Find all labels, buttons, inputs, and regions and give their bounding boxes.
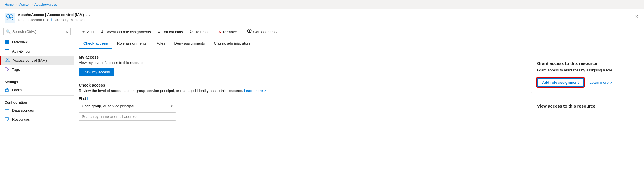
info-icon: ℹ (51, 18, 53, 22)
check-access-title: Check access (79, 83, 525, 87)
dropdown-arrow-icon: ▾ (171, 104, 173, 108)
page-content: My access View my level of access to thi… (74, 49, 644, 194)
grid-icon (5, 40, 9, 44)
left-panel: My access View my level of access to thi… (79, 55, 525, 188)
sidebar-item-access-control[interactable]: Access control (IAM) (0, 56, 74, 65)
close-button[interactable]: × (634, 13, 639, 21)
search-box: 🔍 « (3, 28, 71, 35)
view-access-title: View access to this resource (537, 104, 633, 108)
view-access-card: View access to this resource (531, 98, 639, 120)
view-my-access-button[interactable]: View my access (79, 68, 114, 76)
breadcrumb-home[interactable]: Home (5, 3, 14, 7)
sidebar-nav: Overview Activity log (0, 37, 74, 124)
data-source-icon (5, 108, 9, 112)
tab-roles[interactable]: Roles (151, 38, 170, 49)
svg-rect-9 (5, 52, 9, 52)
download-button[interactable]: ⬇ Download role assignments (98, 28, 154, 35)
sidebar-item-tags[interactable]: Tags (0, 65, 74, 74)
search-input[interactable] (12, 29, 64, 34)
header-ellipsis[interactable]: ... (86, 12, 90, 17)
collapse-button[interactable]: « (66, 29, 68, 34)
check-access-desc: Review the level of access a user, group… (79, 89, 525, 93)
remove-icon: ✕ (218, 29, 222, 34)
breadcrumb-current[interactable]: ApacheAccess (34, 3, 57, 7)
toolbar-separator (213, 28, 213, 35)
card-actions: Add role assignment Learn more ↗ (537, 78, 633, 87)
svg-rect-15 (5, 108, 9, 109)
header-text: ApacheAccess | Access control (IAM) ... … (18, 12, 639, 22)
divider-configuration (0, 95, 74, 96)
resource-nav-icon (5, 117, 9, 122)
divider-settings (0, 75, 74, 75)
find-help-icon: ℹ (87, 97, 88, 101)
svg-rect-4 (7, 40, 9, 42)
grant-access-title: Grant access to this resource (537, 61, 633, 66)
svg-rect-6 (7, 42, 9, 44)
add-icon: ＋ (82, 29, 86, 34)
configuration-section-label: Configuration (0, 97, 74, 106)
page-subtitle: Data collection rule ℹ Directory: Micros… (18, 18, 639, 22)
check-access-learn-more[interactable]: Learn more ↗ (244, 89, 266, 93)
my-access-section: My access View my level of access to thi… (79, 55, 525, 82)
my-access-desc: View my level of access to this resource… (79, 61, 525, 65)
toolbar: ＋ Add ⬇ Download role assignments ≡ Edit… (74, 25, 644, 38)
svg-rect-17 (5, 118, 9, 120)
svg-rect-0 (5, 13, 15, 23)
feedback-icon (247, 29, 252, 34)
sidebar-item-overview[interactable]: Overview (0, 37, 74, 47)
my-access-title: My access (79, 55, 525, 59)
search-icon: 🔍 (6, 29, 11, 34)
svg-rect-8 (5, 51, 9, 51)
right-panel: Grant access to this resource Grant acce… (531, 55, 639, 188)
sidebar-item-locks[interactable]: Locks (0, 85, 74, 94)
edit-columns-button[interactable]: ≡ Edit columns (155, 28, 186, 35)
check-access-section: Check access Review the level of access … (79, 83, 525, 121)
lock-icon (5, 87, 9, 92)
person-group-icon (5, 58, 10, 63)
settings-section-label: Settings (0, 77, 74, 85)
svg-rect-10 (5, 53, 8, 53)
grant-external-link-icon: ↗ (610, 81, 612, 84)
page-header: ApacheAccess | Access control (IAM) ... … (0, 9, 644, 25)
svg-rect-3 (5, 40, 7, 42)
sidebar-item-data-sources[interactable]: Data sources (0, 106, 74, 115)
search-field-wrapper (79, 112, 176, 121)
external-link-icon: ↗ (264, 89, 266, 93)
svg-rect-7 (5, 49, 9, 50)
sidebar-item-activity-log[interactable]: Activity log (0, 47, 74, 56)
svg-point-19 (249, 30, 251, 32)
tag-icon (5, 67, 9, 72)
grant-access-learn-more[interactable]: Learn more ↗ (590, 80, 612, 85)
refresh-button[interactable]: ↻ Refresh (187, 28, 210, 35)
tab-role-assignments[interactable]: Role assignments (112, 38, 151, 49)
tab-check-access[interactable]: Check access (79, 38, 112, 49)
add-button[interactable]: ＋ Add (79, 28, 96, 36)
resource-icon (5, 13, 15, 23)
tab-deny-assignments[interactable]: Deny assignments (170, 38, 210, 49)
download-icon: ⬇ (100, 29, 104, 34)
refresh-icon: ↻ (190, 29, 193, 34)
feedback-button[interactable]: Got feedback? (244, 28, 280, 36)
svg-rect-14 (5, 89, 8, 92)
grant-access-card: Grant access to this resource Grant acce… (531, 55, 639, 93)
svg-point-13 (6, 69, 7, 69)
svg-rect-16 (5, 110, 9, 111)
breadcrumb-monitor[interactable]: Monitor (18, 3, 30, 7)
sidebar: 🔍 « Overview (0, 25, 74, 194)
tab-bar: Check access Role assignments Roles Deny… (74, 38, 644, 49)
grant-access-desc: Grant access to resources by assigning a… (537, 68, 633, 72)
svg-rect-5 (5, 42, 7, 44)
toolbar-separator-2 (242, 28, 242, 35)
find-label: Find ℹ (79, 96, 525, 101)
remove-button[interactable]: ✕ Remove (215, 28, 240, 35)
page-title: ApacheAccess | Access control (IAM) ... (18, 12, 639, 17)
principal-search-input[interactable] (82, 114, 173, 119)
principal-type-dropdown[interactable]: User, group, or service principal ▾ (79, 102, 176, 110)
sidebar-item-resources[interactable]: Resources (0, 115, 74, 124)
breadcrumb: Home › Monitor › ApacheAccess (0, 0, 644, 9)
list-icon (5, 49, 9, 53)
svg-point-12 (8, 59, 9, 60)
columns-icon: ≡ (158, 29, 160, 34)
add-role-assignment-button[interactable]: Add role assignment (537, 78, 584, 87)
tab-classic-admin[interactable]: Classic administrators (210, 38, 255, 49)
